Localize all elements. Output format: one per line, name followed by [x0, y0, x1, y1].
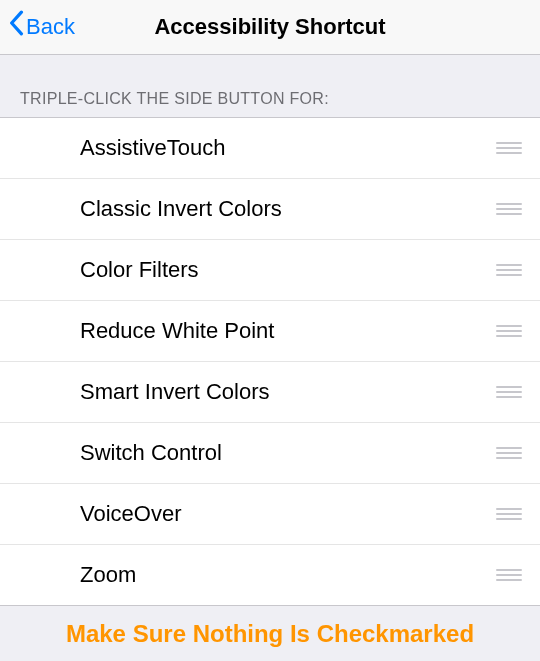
list-item-label: Classic Invert Colors — [80, 196, 496, 222]
reorder-handle-icon[interactable] — [496, 203, 522, 215]
list-item-label: VoiceOver — [80, 501, 496, 527]
list-item[interactable]: Reduce White Point — [0, 301, 540, 362]
list-item-label: Color Filters — [80, 257, 496, 283]
list-item-label: Smart Invert Colors — [80, 379, 496, 405]
reorder-handle-icon[interactable] — [496, 264, 522, 276]
list-item-label: Zoom — [80, 562, 496, 588]
list-item[interactable]: Switch Control — [0, 423, 540, 484]
reorder-handle-icon[interactable] — [496, 386, 522, 398]
list-item[interactable]: AssistiveTouch — [0, 118, 540, 179]
back-button[interactable]: Back — [0, 0, 75, 54]
back-label: Back — [26, 14, 75, 40]
list-item[interactable]: Color Filters — [0, 240, 540, 301]
navigation-bar: Back Accessibility Shortcut — [0, 0, 540, 55]
reorder-handle-icon[interactable] — [496, 325, 522, 337]
reorder-handle-icon[interactable] — [496, 508, 522, 520]
shortcut-list: AssistiveTouch Classic Invert Colors Col… — [0, 117, 540, 606]
list-item-label: Switch Control — [80, 440, 496, 466]
list-item-label: Reduce White Point — [80, 318, 496, 344]
reorder-handle-icon[interactable] — [496, 447, 522, 459]
chevron-left-icon — [8, 10, 24, 42]
reorder-handle-icon[interactable] — [496, 142, 522, 154]
section-header: TRIPLE-CLICK THE SIDE BUTTON FOR: — [0, 55, 540, 117]
list-item-label: AssistiveTouch — [80, 135, 496, 161]
reorder-handle-icon[interactable] — [496, 569, 522, 581]
annotation-note: Make Sure Nothing Is Checkmarked — [0, 606, 540, 661]
list-item[interactable]: Smart Invert Colors — [0, 362, 540, 423]
list-item[interactable]: Zoom — [0, 545, 540, 606]
list-item[interactable]: VoiceOver — [0, 484, 540, 545]
list-item[interactable]: Classic Invert Colors — [0, 179, 540, 240]
page-title: Accessibility Shortcut — [0, 14, 540, 40]
